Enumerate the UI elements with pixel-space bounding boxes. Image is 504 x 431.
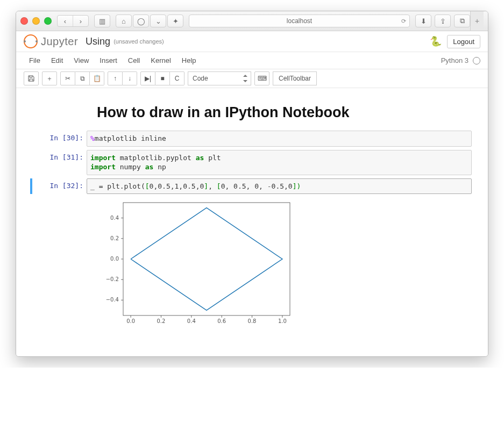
shield-button[interactable]: ◯ [133, 15, 149, 27]
home-button[interactable]: ⌂ [116, 15, 132, 27]
share-button[interactable]: ⇪ [435, 15, 451, 27]
svg-text:0.2: 0.2 [157, 318, 166, 324]
copy-button[interactable]: ⧉ [75, 71, 90, 85]
code-cell[interactable]: In [30]:%matplotlib inline [32, 131, 472, 147]
minimize-window-icon[interactable] [32, 17, 40, 25]
code-input[interactable]: %matplotlib inline [87, 131, 472, 147]
jupyter-header: Jupyter Using (unsaved changes) 🐍 Logout [16, 31, 488, 52]
plot-line [131, 208, 282, 311]
back-button[interactable]: ‹ [58, 16, 73, 26]
save-status: (unsaved changes) [113, 38, 164, 45]
puzzle-button[interactable]: ✦ [167, 15, 183, 27]
menu-kernel[interactable]: Kernel [145, 54, 176, 67]
menu-edit[interactable]: Edit [46, 54, 68, 67]
code-cell[interactable]: In [31]:import matplotlib.pyplot as plt … [32, 150, 472, 175]
output-area: 0.00.20.40.60.81.0−0.4−0.20.00.20.4 [86, 197, 472, 337]
paste-button[interactable]: 📋 [90, 71, 104, 85]
move-down-button[interactable]: ↓ [123, 71, 137, 85]
browser-window: ‹ › ▥ ⌂ ◯ ⌄ ✦ localhost ⟳ ⬇ ⇪ ⧉ + Jupyte… [16, 11, 488, 357]
new-tab-button[interactable]: + [470, 11, 484, 31]
menu-cell[interactable]: Cell [123, 54, 145, 67]
input-prompt: In [30]: [32, 131, 87, 147]
jupyter-logo[interactable]: Jupyter [24, 34, 78, 48]
move-up-button[interactable]: ↑ [108, 71, 123, 85]
svg-text:0.4: 0.4 [110, 215, 119, 221]
svg-text:0.6: 0.6 [217, 318, 226, 324]
kernel-name: Python 3 [441, 56, 468, 64]
code-input[interactable]: _ = plt.plot([0,0.5,1,0.5,0], [0, 0.5, 0… [87, 178, 472, 195]
svg-text:−0.2: −0.2 [106, 276, 119, 282]
menu-help[interactable]: Help [176, 54, 202, 67]
input-prompt: In [32]: [32, 178, 87, 195]
reload-icon[interactable]: ⟳ [401, 18, 406, 25]
save-button[interactable] [24, 71, 39, 85]
svg-text:0.8: 0.8 [248, 318, 257, 324]
nav-back-forward: ‹ › [57, 15, 89, 27]
downloads-button[interactable]: ⬇ [415, 15, 431, 27]
window-controls [20, 17, 52, 25]
svg-text:0.2: 0.2 [110, 235, 119, 241]
menu-view[interactable]: View [68, 54, 94, 67]
restart-button[interactable]: C [170, 71, 184, 85]
menu-file[interactable]: File [24, 54, 46, 67]
address-text: localhost [287, 17, 312, 25]
cell-toolbar-button[interactable]: CellToolbar [273, 71, 317, 85]
menu-insert[interactable]: Insert [94, 54, 123, 67]
kernel-indicator: Python 3 [441, 56, 480, 64]
kernel-status-icon [473, 57, 480, 64]
run-button[interactable]: ▶| [140, 71, 155, 85]
titlebar: ‹ › ▥ ⌂ ◯ ⌄ ✦ localhost ⟳ ⬇ ⇪ ⧉ + [16, 11, 488, 31]
menubar: FileEditViewInsertCellKernelHelp Python … [16, 52, 488, 69]
zoom-window-icon[interactable] [44, 17, 52, 25]
cell-type-select[interactable]: Code [188, 71, 251, 85]
svg-rect-0 [123, 203, 290, 315]
code-input[interactable]: import matplotlib.pyplot as plt import n… [87, 150, 472, 175]
svg-text:0.4: 0.4 [187, 318, 196, 324]
address-bar[interactable]: localhost ⟳ [189, 15, 410, 27]
cut-button[interactable]: ✂ [60, 71, 75, 85]
svg-text:1.0: 1.0 [278, 318, 287, 324]
python-logo-icon: 🐍 [430, 35, 442, 47]
notebook-name[interactable]: Using [86, 36, 110, 47]
jupyter-logo-icon [24, 34, 38, 48]
svg-text:0.0: 0.0 [126, 318, 135, 324]
markdown-heading[interactable]: How to draw in an IPython Notebook [97, 104, 472, 121]
code-cell[interactable]: In [32]:_ = plt.plot([0,0.5,1,0.5,0], [0… [30, 178, 472, 195]
sidebar-button[interactable]: ▥ [94, 15, 110, 27]
forward-button[interactable]: › [73, 16, 88, 26]
matplotlib-plot: 0.00.20.40.60.81.0−0.4−0.20.00.20.4 [96, 197, 295, 332]
close-window-icon[interactable] [20, 17, 28, 25]
input-prompt: In [31]: [32, 150, 87, 175]
interrupt-button[interactable]: ■ [155, 71, 170, 85]
pocket-button[interactable]: ⌄ [150, 15, 166, 27]
jupyter-logo-text: Jupyter [41, 35, 78, 48]
page-content: Jupyter Using (unsaved changes) 🐍 Logout… [16, 31, 488, 356]
logout-button[interactable]: Logout [447, 35, 480, 48]
tabs-button[interactable]: ⧉ [454, 15, 470, 27]
svg-text:0.0: 0.0 [110, 256, 119, 262]
command-palette-button[interactable]: ⌨ [254, 71, 269, 85]
notebook-area[interactable]: How to draw in an IPython Notebook In [3… [16, 88, 488, 356]
insert-cell-button[interactable]: ＋ [42, 71, 57, 85]
svg-text:−0.4: −0.4 [106, 297, 119, 303]
toolbar: ＋ ✂ ⧉ 📋 ↑ ↓ ▶| ■ C Code ⌨ CellToolbar [16, 69, 488, 88]
